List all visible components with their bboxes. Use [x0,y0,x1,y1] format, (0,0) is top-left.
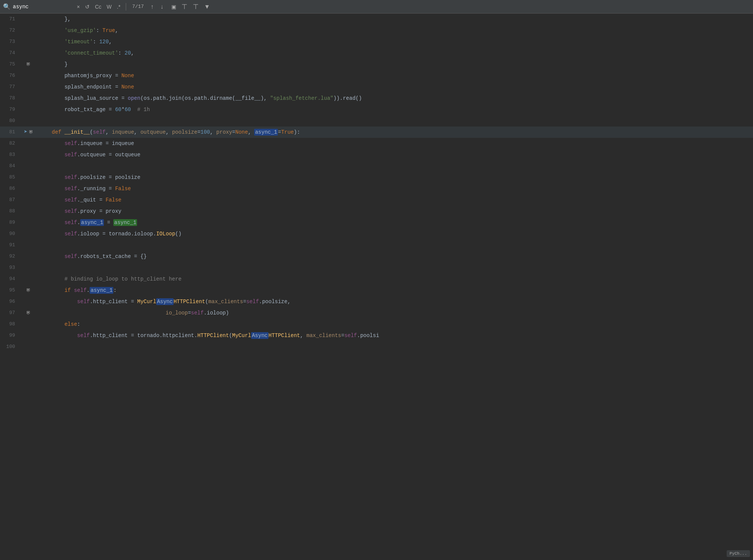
line-content[interactable]: } [38,59,753,70]
filter-button[interactable]: ⊤ [180,2,189,12]
line-number: 74 [0,47,20,59]
line-number: 93 [0,262,20,273]
line-content[interactable]: self.ioloop = tornado.ioloop.IOLoop() [38,228,753,240]
line-gutter[interactable] [20,319,38,330]
code-line: 71 }, [0,14,753,25]
line-content[interactable]: splash_lua_source = open(os.path.join(os… [38,93,753,104]
line-gutter[interactable]: ➤ ⛨ [20,127,38,138]
code-line: 84 [0,160,753,172]
line-gutter[interactable] [20,206,38,217]
line-gutter[interactable] [20,36,38,47]
case-sensitive-button[interactable]: Cc [93,3,103,11]
line-content[interactable]: io_loop=self.ioloop) [38,307,753,319]
line-content[interactable]: self.async_1 = async_1 [38,217,753,228]
line-gutter[interactable] [20,183,38,194]
line-content[interactable]: # binding io_loop to http_client here [38,273,753,285]
line-gutter[interactable] [20,273,38,285]
code-line: 87 self._quit = False [0,194,753,206]
line-gutter[interactable] [20,47,38,59]
line-gutter[interactable] [20,160,38,172]
line-gutter[interactable] [20,115,38,127]
line-gutter[interactable] [20,240,38,251]
line-gutter[interactable] [20,172,38,183]
match-count: 7/17 [132,4,144,9]
line-content[interactable]: 'connect_timeout': 20, [38,47,753,59]
line-gutter[interactable] [20,14,38,25]
line-gutter[interactable] [20,149,38,160]
line-content[interactable]: else: [38,319,753,330]
line-content[interactable]: splash_endpoint = None [38,81,753,93]
line-number: 86 [0,183,20,194]
line-gutter[interactable] [20,341,38,352]
code-line: 88 self.proxy = proxy [0,206,753,217]
line-gutter[interactable]: ⛨ [20,307,38,319]
code-line: 92 self.robots_txt_cache = {} [0,251,753,262]
line-number: 75 [0,59,20,70]
line-content[interactable] [38,341,753,352]
line-gutter[interactable] [20,93,38,104]
line-number: 87 [0,194,20,206]
code-line: 89 self.async_1 = async_1 [0,217,753,228]
arrow-icon: ➤ [24,127,27,138]
line-content[interactable]: if self.async_1: [38,285,753,296]
line-content[interactable] [38,160,753,172]
line-gutter[interactable] [20,330,38,341]
regex-button[interactable]: .* [116,3,122,11]
line-gutter[interactable] [20,70,38,81]
whole-word-button[interactable]: W [105,3,113,11]
line-gutter[interactable] [20,251,38,262]
settings-button[interactable]: ⊤ [191,2,201,12]
line-content[interactable]: self.outqueue = outqueue [38,149,753,160]
pycharm-badge: PyCh... [727,550,750,557]
line-content[interactable]: 'use_gzip': True, [38,25,753,36]
line-content[interactable] [38,240,753,251]
line-content[interactable]: self._running = False [38,183,753,194]
code-line: 95⛨ if self.async_1: [0,285,753,296]
line-gutter[interactable] [20,194,38,206]
line-gutter[interactable] [20,81,38,93]
line-content[interactable]: }, [38,14,753,25]
line-gutter[interactable] [20,138,38,149]
code-line: 79 robot_txt_age = 60*60 # 1h [0,104,753,115]
line-gutter[interactable] [20,262,38,273]
line-content[interactable] [38,115,753,127]
bookmark-icon: ⛨ [26,285,31,296]
code-line: 98 else: [0,319,753,330]
line-gutter[interactable] [20,25,38,36]
line-content[interactable]: self.http_client = tornado.httpclient.HT… [38,330,753,341]
line-content[interactable]: self.proxy = proxy [38,206,753,217]
code-line: 77 splash_endpoint = None [0,81,753,93]
prev-match-button[interactable]: ↑ [148,3,156,11]
separator [126,3,126,11]
line-gutter[interactable] [20,296,38,307]
line-gutter[interactable] [20,104,38,115]
line-number: 79 [0,104,20,115]
line-gutter[interactable] [20,228,38,240]
line-number: 81 [0,127,20,138]
line-content[interactable]: self.inqueue = inqueue [38,138,753,149]
line-gutter[interactable]: ⛨ [20,285,38,296]
line-content[interactable]: robot_txt_age = 60*60 # 1h [38,104,753,115]
toolbar-icons: ▣ ⊤ ⊤ ▼ [169,2,212,12]
line-content[interactable]: def __init__(self, inqueue, outqueue, po… [38,127,753,138]
close-search-button[interactable]: × [75,3,81,11]
in-selection-button[interactable]: ▣ [169,3,178,11]
line-gutter[interactable] [20,217,38,228]
line-content[interactable]: self.poolsize = poolsize [38,172,753,183]
search-input[interactable] [13,4,73,10]
line-number: 78 [0,93,20,104]
line-content[interactable]: self.http_client = MyCurlAsyncHTTPClient… [38,296,753,307]
refresh-search-button[interactable]: ↺ [84,3,91,11]
line-content[interactable]: 'timeout': 120, [38,36,753,47]
code-line: 96 self.http_client = MyCurlAsyncHTTPCli… [0,296,753,307]
line-content[interactable]: phantomjs_proxy = None [38,70,753,81]
next-match-button[interactable]: ↓ [158,3,166,11]
line-content[interactable]: self._quit = False [38,194,753,206]
filter-results-button[interactable]: ▼ [202,3,212,11]
line-content[interactable]: self.robots_txt_cache = {} [38,251,753,262]
line-content[interactable] [38,262,753,273]
line-number: 92 [0,251,20,262]
line-gutter[interactable]: ⛨ [20,59,38,70]
code-line: 78 splash_lua_source = open(os.path.join… [0,93,753,104]
code-line: 93 [0,262,753,273]
